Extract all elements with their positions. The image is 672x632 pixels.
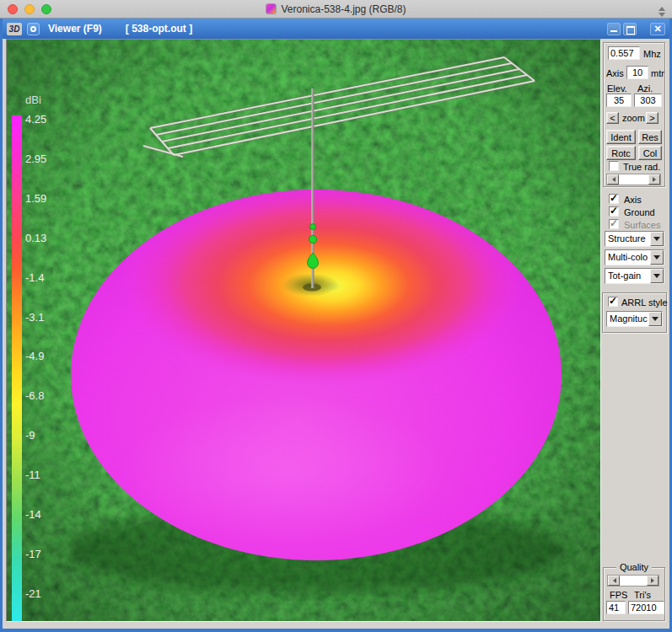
window-file-name: [ 538-opt.out ]: [126, 23, 192, 35]
mac-close-button[interactable]: [8, 4, 18, 14]
zoom-out-button[interactable]: <: [606, 112, 619, 124]
arrl-style-checkbox[interactable]: [608, 297, 618, 307]
document-thumbnail-icon: [266, 3, 277, 14]
tris-value: 72010: [628, 601, 664, 614]
res-button[interactable]: Res: [638, 130, 662, 144]
rotc-button[interactable]: Rotc: [606, 146, 636, 160]
axis-length-input[interactable]: [626, 66, 648, 79]
chevron-down-icon[interactable]: [650, 232, 664, 246]
scroll-left-icon[interactable]: [608, 576, 620, 586]
legend-tick: 0.13: [25, 232, 46, 244]
zoom-label: zoom: [622, 113, 645, 123]
axis-toggle-label: Axis: [624, 195, 642, 205]
3d-viewport[interactable]: dBi 4.252.951.590.13-1.4-3.1-4.9-6.8-9-1…: [6, 39, 601, 622]
viewer-icon: [27, 23, 40, 35]
legend-tick: -3.1: [25, 311, 44, 324]
axis-checkbox[interactable]: [609, 194, 619, 204]
mac-titlebar: Veronica-538-4.jpg (RGB/8): [0, 0, 672, 19]
chevron-down-icon[interactable]: [650, 250, 664, 265]
fps-label: FPS: [610, 590, 627, 600]
legend-tick: -14: [25, 508, 41, 521]
magnitude-dropdown-value: Magnituc: [607, 312, 648, 326]
rotation-scrollbar[interactable]: [606, 174, 661, 185]
ident-button[interactable]: Ident: [606, 130, 636, 144]
true-rad-checkbox[interactable]: [609, 161, 619, 171]
legend-title: dBi: [25, 94, 41, 106]
scroll-right-icon[interactable]: [648, 174, 660, 185]
chevron-down-icon[interactable]: [650, 269, 664, 283]
mac-zoom-button[interactable]: [41, 4, 51, 14]
ground-toggle-label: Ground: [624, 207, 655, 217]
col-button[interactable]: Col: [638, 146, 662, 160]
quality-group-label: Quality: [616, 562, 652, 572]
azimuth-label: Azi.: [637, 83, 653, 94]
elevation-label: Elev.: [607, 83, 627, 94]
magnitude-dropdown[interactable]: Magnituc: [606, 311, 663, 327]
radiation-pattern-scene: dBi 4.252.951.590.13-1.4-3.1-4.9-6.8-9-1…: [7, 40, 600, 621]
structure-dropdown[interactable]: Structure: [605, 231, 664, 247]
color-mode-dropdown[interactable]: Multi-colo: [605, 249, 664, 265]
elevation-input[interactable]: [606, 94, 632, 107]
proxy-stepper-icon[interactable]: [659, 3, 665, 20]
legend-tick: -1.4: [25, 271, 44, 284]
legend-tick: -4.9: [25, 350, 44, 362]
scroll-left-icon[interactable]: [607, 174, 619, 185]
legend-tick: 1.59: [25, 192, 46, 205]
scroll-right-icon[interactable]: [647, 576, 659, 586]
azimuth-input[interactable]: [634, 94, 662, 107]
minimize-button[interactable]: [607, 23, 621, 35]
frequency-input[interactable]: [608, 46, 640, 60]
scrollbar-track[interactable]: [620, 576, 647, 586]
mac-minimize-button[interactable]: [24, 4, 35, 14]
window-title: Viewer (F9): [48, 23, 102, 35]
zoom-in-button[interactable]: >: [646, 112, 659, 124]
color-mode-dropdown-value: Multi-colo: [605, 250, 650, 265]
surfaces-checkbox: [609, 219, 619, 229]
quality-scrollbar[interactable]: [607, 575, 659, 586]
close-button[interactable]: ✕: [650, 23, 665, 35]
chevron-down-icon[interactable]: [648, 312, 662, 326]
scrollbar-track[interactable]: [619, 174, 648, 185]
legend-tick: 4.25: [25, 113, 46, 126]
viewer-titlebar[interactable]: 3D Viewer (F9) [ 538-opt.out ] ✕: [3, 19, 669, 39]
arrl-style-label: ARRL style: [621, 297, 668, 308]
legend-colorbar: [12, 115, 22, 621]
structure-dropdown-value: Structure: [605, 232, 650, 246]
axis-length-unit-label: mtr: [651, 68, 664, 78]
maximize-button[interactable]: [623, 23, 637, 35]
legend-tick: 2.95: [25, 153, 46, 165]
axis-length-label: Axis: [606, 68, 624, 78]
gain-mode-dropdown-value: Tot-gain: [605, 269, 650, 283]
legend-tick: -17: [25, 548, 41, 560]
ground-checkbox[interactable]: [609, 206, 619, 217]
true-rad-label: True rad.: [623, 162, 660, 172]
mac-window-title: Veronica-538-4.jpg (RGB/8): [281, 3, 406, 15]
tris-label: Tri's: [634, 590, 651, 600]
viewer-window: 3D Viewer (F9) [ 538-opt.out ] ✕: [0, 19, 672, 632]
legend-tick: -21: [25, 587, 41, 600]
frequency-unit-label: Mhz: [643, 49, 661, 59]
fps-value: 41: [606, 601, 626, 614]
surfaces-toggle-label: Surfaces: [624, 220, 660, 230]
gain-mode-dropdown[interactable]: Tot-gain: [605, 268, 664, 284]
legend-tick: -6.8: [25, 389, 44, 402]
legend-tick: -11: [25, 469, 40, 481]
3d-app-icon: 3D: [7, 23, 22, 35]
legend-tick: -9: [25, 429, 35, 442]
